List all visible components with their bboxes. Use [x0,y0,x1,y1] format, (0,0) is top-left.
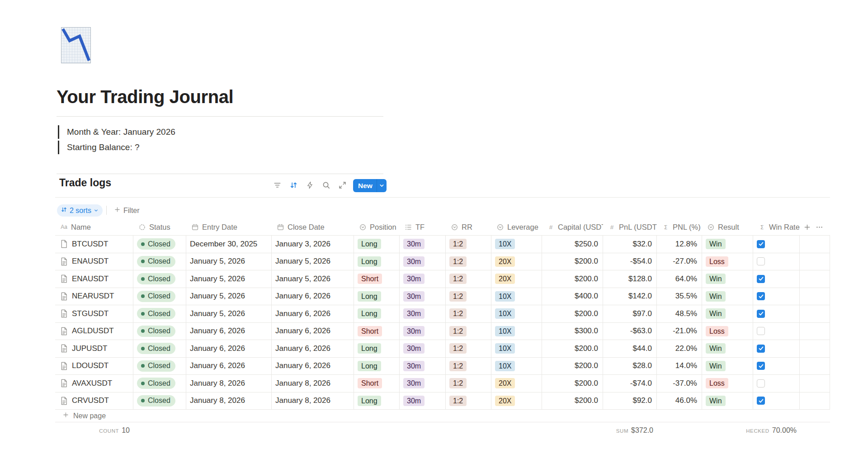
name-cell[interactable]: JUPUSDT [55,340,133,357]
win-rate-checkbox[interactable] [757,310,765,318]
status-cell[interactable]: Closed [133,253,186,270]
win-rate-checkbox[interactable] [757,397,765,405]
win-rate-checkbox[interactable] [757,345,765,353]
quote-block-month-year[interactable]: Month & Year: January 2026 [58,125,175,139]
status-cell[interactable]: Closed [133,358,186,375]
entry-date-cell[interactable]: January 5, 2026 [186,305,272,322]
rr-cell[interactable]: 1:2 [446,340,491,357]
tf-cell[interactable]: 30m [400,253,446,270]
table-row[interactable]: BTCUSDTClosedDecember 30, 2025January 3,… [55,236,830,253]
entry-date-cell[interactable]: January 6, 2026 [186,340,272,357]
name-cell[interactable]: NEARUSDT [55,288,133,305]
status-cell[interactable]: Closed [133,288,186,305]
win-rate-cell[interactable] [753,288,800,305]
position-cell[interactable]: Short [354,323,400,340]
position-cell[interactable]: Short [354,375,400,392]
capital-cell[interactable]: $200.0 [542,305,603,322]
tf-cell[interactable]: 30m [400,236,446,253]
close-date-cell[interactable]: January 6, 2026 [272,305,354,322]
table-row[interactable]: JUPUSDTClosedJanuary 6, 2026January 6, 2… [55,340,830,358]
capital-cell[interactable]: $200.0 [542,270,603,288]
column-header-position[interactable]: Position [354,219,400,235]
pnl-pct-cell[interactable]: 14.0% [657,358,702,375]
win-rate-cell[interactable] [753,375,800,392]
result-cell[interactable]: Win [702,288,753,305]
pnl-cell[interactable]: -$63.0 [603,323,657,340]
add-column-button[interactable] [803,223,811,231]
leverage-cell[interactable]: 10X [491,236,542,253]
position-cell[interactable]: Long [354,288,400,305]
position-cell[interactable]: Long [354,392,400,410]
result-cell[interactable]: Loss [702,253,753,270]
position-cell[interactable]: Long [354,305,400,322]
entry-date-cell[interactable]: December 30, 2025 [186,236,272,253]
status-cell[interactable]: Closed [133,305,186,322]
name-cell[interactable]: BTCUSDT [55,236,133,253]
result-cell[interactable]: Win [702,270,753,288]
column-header-pnl-usdt[interactable]: #PnL (USDT) [603,219,657,235]
win-rate-checkbox[interactable] [757,275,765,283]
pnl-pct-cell[interactable]: 64.0% [657,270,702,288]
rr-cell[interactable]: 1:2 [446,236,491,253]
pnl-cell[interactable]: $92.0 [603,392,657,410]
count-aggregate[interactable]: COUNT10 [99,426,130,435]
rr-cell[interactable]: 1:2 [446,323,491,340]
status-cell[interactable]: Closed [133,270,186,288]
win-rate-checkbox[interactable] [757,257,765,265]
pnl-cell[interactable]: -$54.0 [603,253,657,270]
capital-cell[interactable]: $200.0 [542,253,603,270]
tf-cell[interactable]: 30m [400,323,446,340]
chevron-down-icon[interactable] [377,179,387,192]
sorts-chip[interactable]: 2 sorts [57,204,103,217]
close-date-cell[interactable]: January 8, 2026 [272,392,354,410]
win-rate-checkbox[interactable] [757,362,765,370]
tf-cell[interactable]: 30m [400,375,446,392]
quote-block-starting-balance[interactable]: Starting Balance: ? [58,140,140,155]
name-cell[interactable]: STGUSDT [55,305,133,322]
chart-decreasing-icon[interactable] [61,27,91,63]
pnl-cell[interactable]: $142.0 [603,288,657,305]
entry-date-cell[interactable]: January 5, 2026 [186,288,272,305]
result-cell[interactable]: Loss [702,375,753,392]
name-cell[interactable]: ENAUSDT [55,253,133,270]
sort-icon[interactable] [288,180,300,190]
column-header-pnl[interactable]: ΣPNL (%) [657,219,702,235]
capital-cell[interactable]: $200.0 [542,392,603,410]
leverage-cell[interactable]: 10X [491,305,542,322]
rr-cell[interactable]: 1:2 [446,392,491,410]
win-rate-cell[interactable] [753,236,800,253]
table-row[interactable]: CRVUSDTClosedJanuary 8, 2026January 8, 2… [55,392,830,410]
win-rate-cell[interactable] [753,253,800,270]
win-rate-cell[interactable] [753,340,800,357]
expand-icon[interactable] [336,180,349,190]
result-cell[interactable]: Win [702,236,753,253]
pnl-pct-cell[interactable]: 22.0% [657,340,702,357]
page-title[interactable]: Your Trading Journal [57,87,233,107]
leverage-cell[interactable]: 20X [491,375,542,392]
win-rate-cell[interactable] [753,270,800,288]
view-title[interactable]: Trade logs [59,177,111,189]
close-date-cell[interactable]: January 6, 2026 [272,340,354,357]
tf-cell[interactable]: 30m [400,270,446,288]
win-rate-cell[interactable] [753,305,800,322]
result-cell[interactable]: Loss [702,323,753,340]
close-date-cell[interactable]: January 5, 2026 [272,253,354,270]
close-date-cell[interactable]: January 6, 2026 [272,323,354,340]
win-rate-checkbox[interactable] [757,292,765,300]
capital-cell[interactable]: $300.0 [542,323,603,340]
table-row[interactable]: AGLDUSDTClosedJanuary 6, 2026January 6, … [55,323,830,340]
pnl-pct-cell[interactable]: 35.5% [657,288,702,305]
pnl-pct-cell[interactable]: -27.0% [657,253,702,270]
entry-date-cell[interactable]: January 8, 2026 [186,392,272,410]
entry-date-cell[interactable]: January 6, 2026 [186,358,272,375]
table-row[interactable]: NEARUSDTClosedJanuary 5, 2026January 6, … [55,288,830,306]
search-icon[interactable] [320,180,332,190]
filter-icon[interactable] [271,180,283,190]
rr-cell[interactable]: 1:2 [446,375,491,392]
pnl-pct-cell[interactable]: -21.0% [657,323,702,340]
result-cell[interactable]: Win [702,340,753,357]
table-row[interactable]: STGUSDTClosedJanuary 5, 2026January 6, 2… [55,305,830,323]
leverage-cell[interactable]: 10X [491,323,542,340]
column-header-win-rate[interactable]: ΣWin Rate [753,219,800,235]
leverage-cell[interactable]: 10X [491,358,542,375]
